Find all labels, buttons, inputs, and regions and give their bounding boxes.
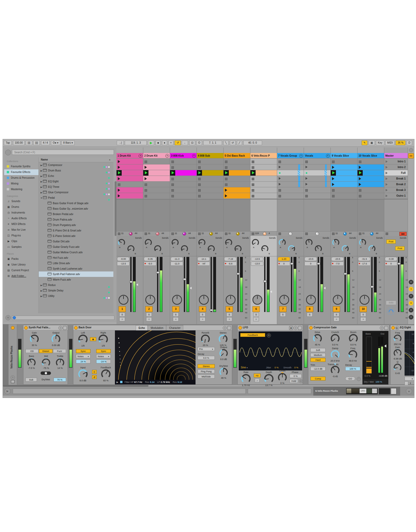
folder-arrow-icon[interactable]: ▶ [40, 283, 43, 288]
clip[interactable] [143, 164, 170, 170]
file-row[interactable]: Broken Pedal.adv [39, 211, 113, 217]
folder-arrow-icon[interactable]: ▼ [40, 195, 43, 201]
volume-fader[interactable] [398, 257, 399, 312]
device-on-icon[interactable] [74, 326, 78, 330]
clip-slot[interactable] [358, 159, 384, 164]
file-row[interactable]: Bass Guitar Sy...esizerizer.adv [39, 206, 113, 211]
lfo-offset-knob[interactable]: Offset0 % [276, 369, 289, 384]
mixer-toggle-m[interactable]: M [409, 301, 413, 305]
lfo-jitter-value[interactable]: 0 % [275, 366, 279, 369]
io-left-value[interactable]: 11 [202, 232, 204, 235]
volume-value[interactable]: 0 [304, 262, 317, 266]
track-stop-button[interactable] [305, 232, 308, 235]
io-right-value[interactable]: 4 [269, 232, 270, 235]
track-activator-button[interactable]: 7 [279, 306, 287, 312]
clip-slot[interactable] [358, 170, 384, 176]
pan-ball-icon[interactable] [289, 232, 292, 236]
track-activator-button[interactable]: 8 [306, 306, 313, 312]
volume-fader[interactable] [291, 257, 292, 312]
io-right-value[interactable]: 44 [349, 232, 352, 235]
track-stop-button[interactable] [225, 232, 228, 235]
sidebar-item-instruments[interactable]: ◷Instruments [4, 210, 38, 216]
io-right-value[interactable]: 44 [242, 232, 244, 235]
clip-slot[interactable] [250, 176, 277, 182]
scene-row[interactable]: Intro 1 [384, 159, 408, 164]
fader-handle[interactable] [317, 263, 320, 265]
peak-level-value[interactable]: -8.00 [117, 257, 129, 261]
send-knob-b[interactable] [208, 245, 215, 252]
volume-fader[interactable] [130, 257, 132, 312]
pedal-output-knob[interactable]: Output0.00 dB [48, 331, 64, 347]
device-thumb[interactable] [391, 388, 396, 394]
track-activator-button[interactable]: 3 [172, 306, 179, 312]
clip-slot[interactable] [250, 193, 277, 199]
scene-launch-icon[interactable] [386, 183, 388, 186]
arm-record-button[interactable]: ○ [119, 317, 125, 321]
pedal-bass-knob[interactable]: Bass-7.0 % [24, 355, 38, 369]
clip-slot[interactable] [304, 164, 330, 170]
hotswap-icon[interactable]: O [294, 326, 297, 330]
echo-sync-left-button[interactable]: Sync [76, 349, 90, 353]
lfo-unmap-icon[interactable]: × [267, 333, 271, 337]
device-scrollbar[interactable] [3, 385, 148, 387]
clip-slot[interactable] [331, 187, 357, 193]
clip-slot[interactable] [277, 164, 304, 170]
volume-fader[interactable] [157, 257, 158, 312]
comp-medium-button[interactable]: Medium [310, 353, 326, 357]
fader-handle[interactable] [237, 273, 240, 275]
clip[interactable] [331, 182, 357, 187]
clip-slot[interactable] [197, 193, 223, 199]
pedal-sub-button[interactable]: Sub [25, 378, 37, 382]
scene-launch-icon[interactable] [386, 177, 388, 180]
peak-level-value[interactable]: -7.19 [224, 257, 237, 261]
chevron-down-icon[interactable]: ▾ [326, 154, 330, 158]
pan-dial[interactable] [333, 295, 343, 305]
comp-listen-icon[interactable]: ◠ [357, 377, 361, 381]
track-stop-button[interactable] [145, 232, 147, 235]
save-preset-icon[interactable] [384, 326, 388, 330]
file-row[interactable]: ▶Drum Buss [39, 168, 113, 173]
pedal-title-bar[interactable]: Synth Pad Fatte... O [23, 325, 68, 330]
clip-slot[interactable] [224, 170, 250, 176]
io-left-value[interactable]: 11 [335, 232, 338, 235]
lfo-smooth-value[interactable]: 0 % [294, 366, 298, 369]
folder-arrow-icon[interactable]: ▶ [40, 174, 43, 179]
preview-icon[interactable]: ≋ [5, 315, 11, 320]
clip[interactable] [224, 187, 250, 193]
arm-record-button[interactable]: ○ [146, 317, 152, 321]
device-thumb[interactable] [372, 389, 377, 393]
file-row[interactable]: ▶Glue Compressor [39, 190, 113, 195]
track-activator-button[interactable]: 2 [145, 306, 153, 312]
echo-gate-button[interactable]: D [92, 370, 97, 374]
file-row[interactable]: ▶Echo [39, 173, 113, 179]
file-row[interactable]: Drum Purgatory.adv [39, 222, 113, 228]
clip-slot[interactable] [116, 164, 143, 170]
filter-on-icon[interactable] [120, 381, 122, 383]
clip-slot[interactable] [277, 159, 304, 164]
send-knob-b[interactable] [315, 245, 322, 252]
fader-handle[interactable] [263, 280, 267, 282]
clip-slot[interactable] [170, 187, 197, 193]
echo-input-knob[interactable]: Input8.0 dB [75, 366, 91, 382]
fader-handle[interactable] [370, 286, 374, 288]
pedal-distort-button[interactable]: Distort [39, 349, 53, 353]
clip-slot[interactable] [331, 159, 357, 164]
send-knob-b[interactable] [342, 245, 349, 252]
file-row[interactable]: ▼Pedal [39, 195, 113, 201]
key-map-button[interactable]: Key [376, 141, 384, 145]
clip-slot[interactable] [116, 170, 143, 176]
send-knob-b[interactable] [368, 245, 375, 252]
clip-slot[interactable] [224, 176, 250, 182]
post-button-a[interactable]: Post [386, 240, 396, 244]
track-header[interactable]: 3 808 Kick▾ [170, 153, 197, 158]
clip-slot[interactable] [250, 187, 277, 193]
comp-trim-value[interactable]: -12.0 dB [310, 367, 326, 371]
arm-record-button[interactable]: ○ [200, 317, 205, 321]
peak-level-value[interactable]: -9.35 [144, 257, 156, 261]
clip-slot[interactable] [143, 164, 170, 170]
scene-row[interactable]: Outro 1 [384, 193, 408, 199]
clip-slot[interactable] [250, 159, 277, 164]
file-row[interactable]: ▶Compressor [39, 162, 113, 168]
lfo-hz-button[interactable]: Hz [254, 374, 261, 377]
clip-slot[interactable] [116, 187, 143, 193]
